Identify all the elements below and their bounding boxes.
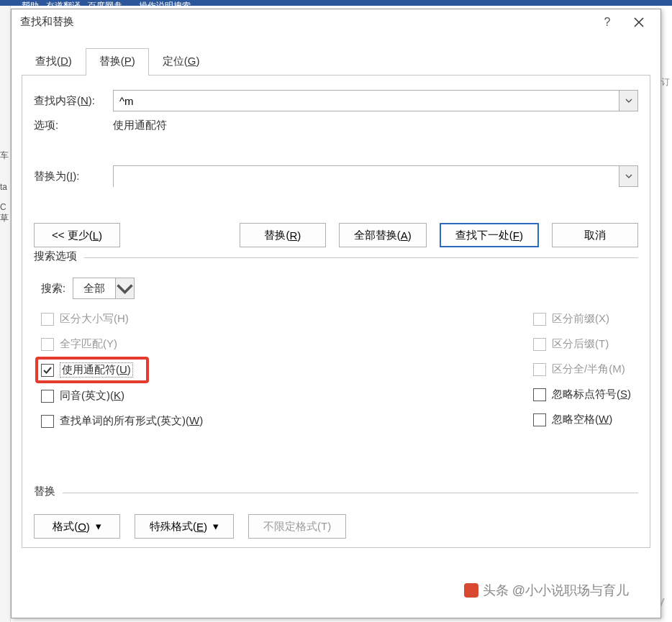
find-row: 查找内容(N): [34,90,638,111]
checkbox-box [533,363,546,376]
find-input[interactable] [114,91,619,111]
tab-strip: 查找(D) 替换(P) 定位(G) [22,48,650,76]
match-suffix-label: 区分后缀(T) [552,337,609,351]
match-prefix-checkbox: 区分前缀(X) [533,312,631,326]
replace-section-buttons: 格式(O)▾ 特殊格式(E)▾ 不限定格式(T) [34,514,638,539]
whole-word-checkbox: 全字匹配(Y) [41,337,203,351]
search-options-fieldset: 搜索选项 搜索: 全部 区分大小写(H) [34,257,638,428]
checks-left-column: 区分大小写(H) 全字匹配(Y) 使用通配符(U) [41,312,203,428]
whole-word-label: 全字匹配(Y) [60,337,117,351]
match-case-label: 区分大小写(H) [60,312,129,326]
find-options-label: 选项: [34,119,113,132]
help-button[interactable]: ? [591,12,623,33]
checkbox-box [533,338,546,351]
form-area: 查找内容(N): 选项: 使用通配符 替换为(I): [22,76,650,548]
search-direction-dropdown-button[interactable] [115,278,134,298]
ignore-punct-label: 忽略标点符号(S) [552,388,631,401]
background-ribbon: 帮助 有道翻译 百度网盘 操作说明搜索 [0,0,672,6]
find-options-value: 使用通配符 [113,119,167,132]
match-prefix-label: 区分前缀(X) [552,312,609,326]
replace-section-fieldset: 替换 格式(O)▾ 特殊格式(E)▾ 不限定格式(T) [34,493,638,539]
ignore-space-label: 忽略空格(W) [552,413,612,426]
checkbox-box [533,388,546,401]
replace-label: 替换为(I): [34,170,113,183]
wildcards-highlight-box: 使用通配符(U) [35,357,149,383]
close-icon [634,17,644,27]
checkbox-box [41,313,54,326]
checkbox-box [533,313,546,326]
no-format-button: 不限定格式(T) [248,514,346,539]
sounds-like-checkbox[interactable]: 同音(英文)(K) [41,389,203,403]
format-button[interactable]: 格式(O)▾ [34,514,120,539]
tab-replace[interactable]: 替换(P) [86,48,149,76]
close-button[interactable] [623,12,655,33]
checkboxes-area: 区分大小写(H) 全字匹配(Y) 使用通配符(U) [34,312,638,428]
replace-row: 替换为(I): [34,165,638,187]
all-forms-checkbox[interactable]: 查找单词的所有形式(英文)(W) [41,414,203,428]
dialog-titlebar: 查找和替换 ? [12,9,660,35]
find-label: 查找内容(N): [34,94,113,108]
chevron-down-icon [625,97,632,104]
sounds-like-label: 同音(英文)(K) [60,389,124,403]
help-icon: ? [604,16,611,29]
find-next-button[interactable]: 查找下一处(F) [440,223,539,247]
search-direction-value: 全部 [73,278,115,298]
credit-text: 头条 @小小说职场与育儿 [464,582,629,599]
search-direction-label: 搜索: [41,282,65,296]
background-left-pane: 车taC草 [0,6,11,622]
search-options-legend: 搜索选项 [34,250,84,263]
checkbox-box [41,338,54,351]
checkbox-box [533,413,546,426]
search-direction-select[interactable]: 全部 [73,278,135,299]
find-options-row: 选项: 使用通配符 [34,119,638,132]
chevron-down-icon [116,280,134,298]
tab-find[interactable]: 查找(D) [22,48,86,76]
dialog-body: 查找(D) 替换(P) 定位(G) 查找内容(N): 选项: 使用通配符 [12,35,660,618]
caret-down-icon: ▾ [96,520,101,533]
checks-right-column: 区分前缀(X) 区分后缀(T) 区分全/半角(M) 忽略标点符号 [533,312,631,428]
search-direction-row: 搜索: 全部 [41,278,638,299]
match-suffix-checkbox: 区分后缀(T) [533,337,631,351]
ignore-punct-checkbox[interactable]: 忽略标点符号(S) [533,388,631,401]
match-case-checkbox: 区分大小写(H) [41,312,203,326]
all-forms-label: 查找单词的所有形式(英文)(W) [60,414,203,428]
checkbox-box [41,390,54,403]
use-wildcards-label: 使用通配符(U) [60,362,133,378]
special-format-button[interactable]: 特殊格式(E)▾ [135,514,234,539]
main-button-row: << 更少(L) 替换(R) 全部替换(A) 查找下一处(F) 取消 [34,223,638,247]
full-half-width-checkbox: 区分全/半角(M) [533,362,631,376]
replace-combo[interactable] [113,165,638,187]
background-right-pane: 订 [661,6,672,622]
ignore-space-checkbox[interactable]: 忽略空格(W) [533,413,631,426]
less-button[interactable]: << 更少(L) [34,223,120,247]
replace-input[interactable] [114,166,619,192]
cancel-button[interactable]: 取消 [552,223,638,247]
caret-down-icon: ▾ [213,520,219,533]
find-replace-dialog: 查找和替换 ? 查找(D) 替换(P) 定位(G) 查找内容(N): [11,9,661,618]
checkbox-box [41,415,54,428]
replace-button[interactable]: 替换(R) [240,223,326,247]
chevron-down-icon [625,173,632,180]
dialog-title: 查找和替换 [17,15,591,29]
find-dropdown-button[interactable] [619,91,637,111]
use-wildcards-checkbox[interactable]: 使用通配符(U) [41,362,133,378]
replace-section-legend: 替换 [34,485,63,498]
tab-goto[interactable]: 定位(G) [149,48,214,76]
checkbox-box [41,364,54,377]
replace-all-button[interactable]: 全部替换(A) [339,223,427,247]
replace-dropdown-button[interactable] [619,166,637,186]
full-half-width-label: 区分全/半角(M) [552,362,625,376]
find-combo[interactable] [113,90,638,111]
